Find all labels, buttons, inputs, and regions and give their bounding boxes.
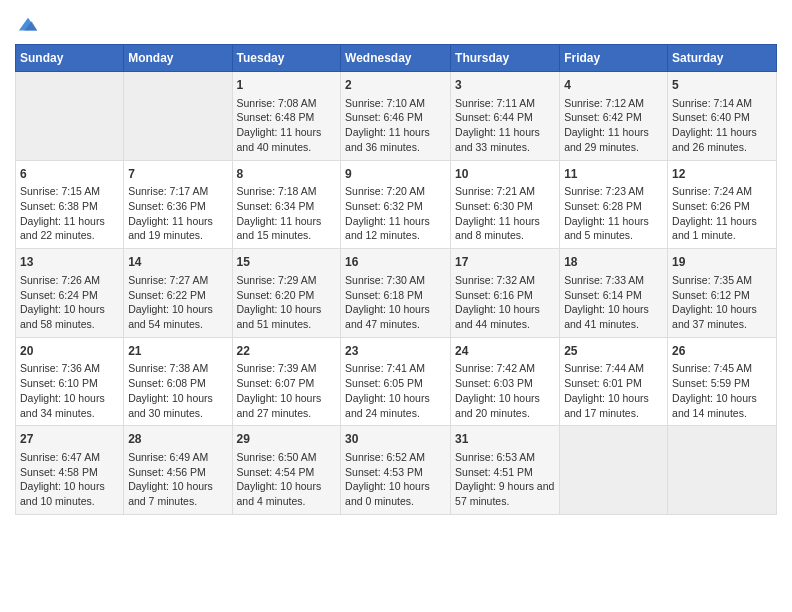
day-info: Sunrise: 7:23 AMSunset: 6:28 PMDaylight:… — [564, 184, 663, 243]
day-info: Sunrise: 7:36 AMSunset: 6:10 PMDaylight:… — [20, 361, 119, 420]
calendar-cell: 6Sunrise: 7:15 AMSunset: 6:38 PMDaylight… — [16, 160, 124, 249]
calendar-cell: 11Sunrise: 7:23 AMSunset: 6:28 PMDayligh… — [560, 160, 668, 249]
day-number: 28 — [128, 431, 227, 448]
calendar-cell: 22Sunrise: 7:39 AMSunset: 6:07 PMDayligh… — [232, 337, 341, 426]
day-number: 26 — [672, 343, 772, 360]
calendar-cell: 29Sunrise: 6:50 AMSunset: 4:54 PMDayligh… — [232, 426, 341, 515]
calendar-cell: 24Sunrise: 7:42 AMSunset: 6:03 PMDayligh… — [451, 337, 560, 426]
day-number: 17 — [455, 254, 555, 271]
header-day-monday: Monday — [124, 45, 232, 72]
header-day-thursday: Thursday — [451, 45, 560, 72]
calendar-table: SundayMondayTuesdayWednesdayThursdayFrid… — [15, 44, 777, 515]
day-number: 9 — [345, 166, 446, 183]
day-info: Sunrise: 7:41 AMSunset: 6:05 PMDaylight:… — [345, 361, 446, 420]
day-info: Sunrise: 7:10 AMSunset: 6:46 PMDaylight:… — [345, 96, 446, 155]
week-row-5: 27Sunrise: 6:47 AMSunset: 4:58 PMDayligh… — [16, 426, 777, 515]
calendar-cell: 23Sunrise: 7:41 AMSunset: 6:05 PMDayligh… — [341, 337, 451, 426]
week-row-4: 20Sunrise: 7:36 AMSunset: 6:10 PMDayligh… — [16, 337, 777, 426]
day-info: Sunrise: 7:08 AMSunset: 6:48 PMDaylight:… — [237, 96, 337, 155]
day-number: 30 — [345, 431, 446, 448]
calendar-cell: 16Sunrise: 7:30 AMSunset: 6:18 PMDayligh… — [341, 249, 451, 338]
calendar-cell: 19Sunrise: 7:35 AMSunset: 6:12 PMDayligh… — [668, 249, 777, 338]
calendar-cell — [124, 72, 232, 161]
day-number: 11 — [564, 166, 663, 183]
day-number: 27 — [20, 431, 119, 448]
day-info: Sunrise: 7:26 AMSunset: 6:24 PMDaylight:… — [20, 273, 119, 332]
logo — [15, 18, 39, 36]
day-number: 29 — [237, 431, 337, 448]
day-number: 24 — [455, 343, 555, 360]
calendar-cell: 26Sunrise: 7:45 AMSunset: 5:59 PMDayligh… — [668, 337, 777, 426]
header — [15, 10, 777, 36]
day-info: Sunrise: 7:27 AMSunset: 6:22 PMDaylight:… — [128, 273, 227, 332]
header-day-tuesday: Tuesday — [232, 45, 341, 72]
header-day-saturday: Saturday — [668, 45, 777, 72]
day-info: Sunrise: 7:44 AMSunset: 6:01 PMDaylight:… — [564, 361, 663, 420]
week-row-3: 13Sunrise: 7:26 AMSunset: 6:24 PMDayligh… — [16, 249, 777, 338]
day-info: Sunrise: 7:45 AMSunset: 5:59 PMDaylight:… — [672, 361, 772, 420]
day-number: 13 — [20, 254, 119, 271]
day-number: 12 — [672, 166, 772, 183]
calendar-cell: 13Sunrise: 7:26 AMSunset: 6:24 PMDayligh… — [16, 249, 124, 338]
day-info: Sunrise: 7:12 AMSunset: 6:42 PMDaylight:… — [564, 96, 663, 155]
day-info: Sunrise: 6:47 AMSunset: 4:58 PMDaylight:… — [20, 450, 119, 509]
day-info: Sunrise: 7:18 AMSunset: 6:34 PMDaylight:… — [237, 184, 337, 243]
calendar-cell — [668, 426, 777, 515]
calendar-cell: 8Sunrise: 7:18 AMSunset: 6:34 PMDaylight… — [232, 160, 341, 249]
calendar-cell: 31Sunrise: 6:53 AMSunset: 4:51 PMDayligh… — [451, 426, 560, 515]
calendar-cell — [16, 72, 124, 161]
day-info: Sunrise: 7:38 AMSunset: 6:08 PMDaylight:… — [128, 361, 227, 420]
day-info: Sunrise: 6:53 AMSunset: 4:51 PMDaylight:… — [455, 450, 555, 509]
calendar-cell: 10Sunrise: 7:21 AMSunset: 6:30 PMDayligh… — [451, 160, 560, 249]
day-number: 6 — [20, 166, 119, 183]
day-number: 5 — [672, 77, 772, 94]
day-number: 3 — [455, 77, 555, 94]
day-number: 16 — [345, 254, 446, 271]
day-info: Sunrise: 7:17 AMSunset: 6:36 PMDaylight:… — [128, 184, 227, 243]
calendar-cell: 21Sunrise: 7:38 AMSunset: 6:08 PMDayligh… — [124, 337, 232, 426]
calendar-cell: 28Sunrise: 6:49 AMSunset: 4:56 PMDayligh… — [124, 426, 232, 515]
calendar-cell: 5Sunrise: 7:14 AMSunset: 6:40 PMDaylight… — [668, 72, 777, 161]
day-info: Sunrise: 7:32 AMSunset: 6:16 PMDaylight:… — [455, 273, 555, 332]
day-number: 15 — [237, 254, 337, 271]
calendar-cell: 7Sunrise: 7:17 AMSunset: 6:36 PMDaylight… — [124, 160, 232, 249]
day-info: Sunrise: 7:39 AMSunset: 6:07 PMDaylight:… — [237, 361, 337, 420]
calendar-cell: 3Sunrise: 7:11 AMSunset: 6:44 PMDaylight… — [451, 72, 560, 161]
day-info: Sunrise: 7:42 AMSunset: 6:03 PMDaylight:… — [455, 361, 555, 420]
day-info: Sunrise: 7:11 AMSunset: 6:44 PMDaylight:… — [455, 96, 555, 155]
day-info: Sunrise: 6:52 AMSunset: 4:53 PMDaylight:… — [345, 450, 446, 509]
calendar-cell: 18Sunrise: 7:33 AMSunset: 6:14 PMDayligh… — [560, 249, 668, 338]
day-info: Sunrise: 6:49 AMSunset: 4:56 PMDaylight:… — [128, 450, 227, 509]
day-info: Sunrise: 7:35 AMSunset: 6:12 PMDaylight:… — [672, 273, 772, 332]
day-info: Sunrise: 7:30 AMSunset: 6:18 PMDaylight:… — [345, 273, 446, 332]
header-day-friday: Friday — [560, 45, 668, 72]
day-info: Sunrise: 7:33 AMSunset: 6:14 PMDaylight:… — [564, 273, 663, 332]
day-info: Sunrise: 6:50 AMSunset: 4:54 PMDaylight:… — [237, 450, 337, 509]
day-number: 20 — [20, 343, 119, 360]
calendar-cell: 14Sunrise: 7:27 AMSunset: 6:22 PMDayligh… — [124, 249, 232, 338]
calendar-cell: 15Sunrise: 7:29 AMSunset: 6:20 PMDayligh… — [232, 249, 341, 338]
calendar-cell: 1Sunrise: 7:08 AMSunset: 6:48 PMDaylight… — [232, 72, 341, 161]
day-info: Sunrise: 7:21 AMSunset: 6:30 PMDaylight:… — [455, 184, 555, 243]
day-number: 31 — [455, 431, 555, 448]
calendar-cell: 30Sunrise: 6:52 AMSunset: 4:53 PMDayligh… — [341, 426, 451, 515]
day-number: 1 — [237, 77, 337, 94]
header-row: SundayMondayTuesdayWednesdayThursdayFrid… — [16, 45, 777, 72]
day-number: 23 — [345, 343, 446, 360]
day-number: 4 — [564, 77, 663, 94]
day-number: 25 — [564, 343, 663, 360]
calendar-cell — [560, 426, 668, 515]
calendar-cell: 20Sunrise: 7:36 AMSunset: 6:10 PMDayligh… — [16, 337, 124, 426]
day-number: 19 — [672, 254, 772, 271]
header-day-sunday: Sunday — [16, 45, 124, 72]
day-number: 21 — [128, 343, 227, 360]
week-row-1: 1Sunrise: 7:08 AMSunset: 6:48 PMDaylight… — [16, 72, 777, 161]
day-number: 2 — [345, 77, 446, 94]
logo-icon — [17, 14, 39, 36]
day-info: Sunrise: 7:24 AMSunset: 6:26 PMDaylight:… — [672, 184, 772, 243]
day-info: Sunrise: 7:14 AMSunset: 6:40 PMDaylight:… — [672, 96, 772, 155]
calendar-cell: 17Sunrise: 7:32 AMSunset: 6:16 PMDayligh… — [451, 249, 560, 338]
calendar-cell: 4Sunrise: 7:12 AMSunset: 6:42 PMDaylight… — [560, 72, 668, 161]
day-number: 8 — [237, 166, 337, 183]
day-number: 10 — [455, 166, 555, 183]
